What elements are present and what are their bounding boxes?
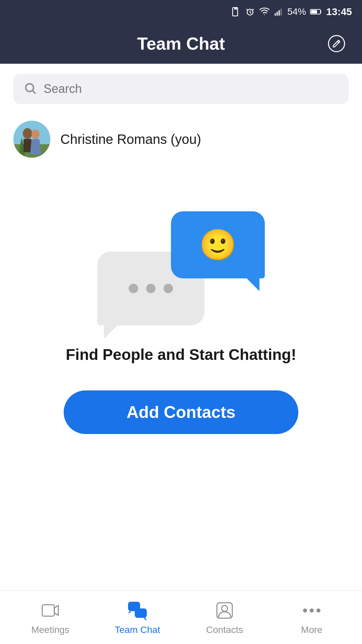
contact-name: Christine Romans (you) bbox=[60, 132, 201, 147]
add-contacts-label: Add Contacts bbox=[127, 402, 236, 422]
smiley-icon: 🙂 bbox=[199, 230, 237, 260]
edit-button[interactable] bbox=[324, 32, 349, 56]
contacts-icon bbox=[214, 600, 235, 621]
more-icon bbox=[301, 600, 322, 621]
time-display: 13:45 bbox=[326, 6, 352, 17]
svg-rect-5 bbox=[281, 9, 282, 16]
app-header: Team Chat bbox=[0, 23, 362, 64]
search-icon bbox=[23, 82, 37, 96]
svg-rect-18 bbox=[135, 608, 147, 618]
signal-icon bbox=[274, 7, 283, 17]
battery-percentage: 54% bbox=[287, 6, 306, 17]
nav-item-contacts[interactable]: Contacts bbox=[181, 600, 268, 635]
main-content: 🙂 Find People and Start Chatting! Add Co… bbox=[0, 191, 362, 454]
nav-item-meetings[interactable]: Meetings bbox=[7, 600, 94, 635]
svg-point-21 bbox=[303, 608, 307, 612]
status-icons: 54% 13:45 bbox=[231, 6, 352, 17]
svg-rect-8 bbox=[328, 36, 345, 52]
avatar-image bbox=[13, 121, 50, 158]
status-bar: 54% 13:45 bbox=[0, 0, 362, 23]
dot-3 bbox=[164, 284, 173, 293]
nav-item-teamchat[interactable]: Team Chat bbox=[94, 600, 181, 635]
chat-illustration: 🙂 bbox=[97, 211, 265, 325]
nav-item-more[interactable]: More bbox=[268, 600, 355, 635]
search-bar[interactable] bbox=[13, 74, 349, 104]
contact-row[interactable]: Christine Romans (you) bbox=[0, 114, 362, 164]
svg-point-20 bbox=[222, 605, 228, 611]
teamchat-label: Team Chat bbox=[115, 625, 160, 635]
svg-point-23 bbox=[316, 608, 320, 612]
meetings-icon bbox=[40, 600, 61, 621]
svg-rect-16 bbox=[42, 605, 54, 616]
search-input[interactable] bbox=[44, 82, 339, 96]
svg-rect-15 bbox=[13, 121, 50, 158]
svg-rect-2 bbox=[275, 13, 276, 16]
find-people-text: Find People and Start Chatting! bbox=[66, 345, 296, 364]
teamchat-icon bbox=[127, 600, 148, 621]
svg-rect-7 bbox=[311, 10, 317, 13]
meetings-label: Meetings bbox=[31, 625, 69, 635]
dot-1 bbox=[129, 284, 138, 293]
avatar bbox=[13, 121, 50, 158]
edit-icon bbox=[327, 34, 346, 53]
dot-2 bbox=[146, 284, 156, 293]
svg-point-9 bbox=[26, 84, 34, 92]
alarm-icon bbox=[245, 7, 255, 17]
svg-point-22 bbox=[310, 608, 314, 612]
blue-bubble: 🙂 bbox=[171, 211, 265, 278]
sd-icon bbox=[231, 7, 241, 17]
svg-rect-4 bbox=[279, 10, 280, 15]
add-contacts-button[interactable]: Add Contacts bbox=[64, 390, 298, 434]
page-title: Team Chat bbox=[137, 34, 225, 54]
battery-icon bbox=[310, 7, 322, 16]
bottom-nav: Meetings Team Chat Contacts bbox=[0, 590, 362, 644]
contacts-label: Contacts bbox=[206, 625, 243, 635]
wifi-icon bbox=[259, 7, 270, 17]
search-container bbox=[0, 64, 362, 114]
svg-rect-3 bbox=[277, 12, 278, 16]
more-label: More bbox=[301, 625, 322, 635]
